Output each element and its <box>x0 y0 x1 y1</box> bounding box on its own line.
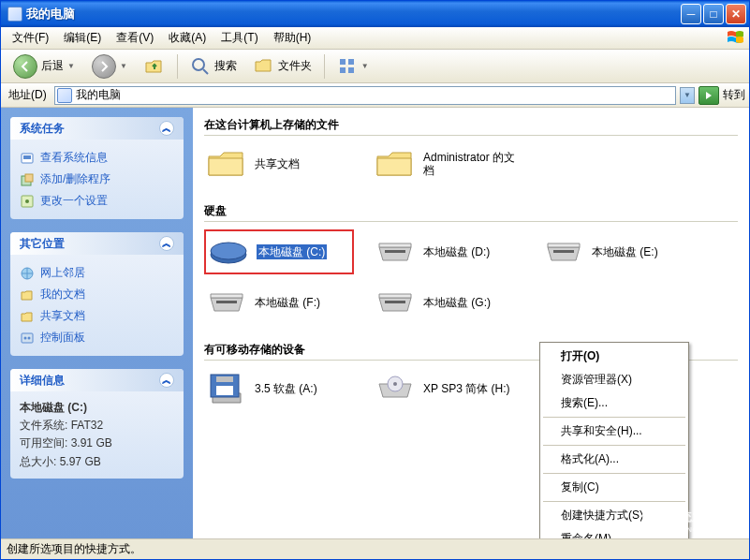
item-drive-f[interactable]: 本地磁盘 (F:) <box>204 282 354 323</box>
views-button[interactable]: ▼ <box>331 52 375 81</box>
item-label: 本地磁盘 (G:) <box>423 296 491 309</box>
item-label: 本地磁盘 (E:) <box>592 245 658 258</box>
menu-view[interactable]: 查看(V) <box>109 27 161 49</box>
address-dropdown[interactable]: ▼ <box>680 87 695 104</box>
svg-rect-2 <box>340 59 346 65</box>
item-label: 3.5 软盘 (A:) <box>255 382 317 395</box>
forward-dropdown-icon: ▼ <box>120 62 127 70</box>
watermark: 系统之家 XITONGZHIJIA.NET <box>632 507 743 535</box>
item-label: 共享文档 <box>255 157 300 170</box>
folders-button[interactable]: 文件夹 <box>247 52 318 81</box>
statusbar: 创建所选项目的快捷方式。 <box>1 538 749 559</box>
search-label: 搜索 <box>214 58 237 74</box>
svg-point-15 <box>28 336 31 339</box>
minimize-button[interactable]: ─ <box>681 4 701 24</box>
address-field[interactable]: 我的电脑 <box>54 86 676 105</box>
cd-icon <box>375 370 416 407</box>
maximize-button[interactable]: □ <box>703 4 724 24</box>
menu-favorites[interactable]: 收藏(A) <box>161 27 213 49</box>
place-label: 共享文档 <box>40 308 85 324</box>
info-icon <box>20 151 35 166</box>
item-drive-g[interactable]: 本地磁盘 (G:) <box>373 282 522 323</box>
back-dropdown-icon: ▼ <box>67 62 75 70</box>
cm-separator <box>543 501 685 502</box>
task-change-setting[interactable]: 更改一个设置 <box>20 190 174 212</box>
cm-share[interactable]: 共享和安全(H)... <box>542 420 686 443</box>
panel-header-details[interactable]: 详细信息 ︽ <box>10 369 184 391</box>
svg-rect-9 <box>25 174 33 182</box>
folders-label: 文件夹 <box>278 58 312 74</box>
drive-icon <box>208 233 249 271</box>
svg-line-1 <box>203 69 208 74</box>
cm-separator <box>543 445 685 446</box>
docs-icon <box>20 287 35 302</box>
place-documents[interactable]: 我的文档 <box>20 284 174 305</box>
address-icon <box>57 88 72 103</box>
address-value: 我的电脑 <box>76 87 121 103</box>
item-floppy-a[interactable]: 3.5 软盘 (A:) <box>204 368 354 409</box>
item-drive-d[interactable]: 本地磁盘 (D:) <box>373 229 522 274</box>
panel-header-tasks[interactable]: 系统任务 ︽ <box>10 117 184 140</box>
forward-button[interactable]: ▼ <box>85 52 134 81</box>
menu-tools[interactable]: 工具(T) <box>213 27 265 49</box>
svg-rect-24 <box>216 386 233 395</box>
cm-separator <box>543 473 685 474</box>
svg-rect-23 <box>216 376 233 382</box>
cm-copy[interactable]: 复制(C) <box>542 476 686 499</box>
cm-format[interactable]: 格式化(A)... <box>542 448 686 471</box>
item-shared-docs[interactable]: 共享文档 <box>204 143 354 184</box>
svg-rect-21 <box>385 301 405 303</box>
up-button[interactable] <box>138 52 171 81</box>
detail-drive-name: 本地磁盘 (C:) <box>20 399 174 417</box>
go-label: 转到 <box>723 87 745 103</box>
task-view-system-info[interactable]: 查看系统信息 <box>20 147 174 169</box>
cm-search[interactable]: 搜索(E)... <box>542 391 686 415</box>
svg-point-0 <box>193 59 204 70</box>
panel-system-tasks: 系统任务 ︽ 查看系统信息 添加/删除程序 更改一个设置 <box>10 117 184 219</box>
item-drive-e[interactable]: 本地磁盘 (E:) <box>541 229 691 274</box>
place-label: 网上邻居 <box>40 265 85 281</box>
address-label: 地址(D) <box>5 87 51 103</box>
cm-explorer[interactable]: 资源管理器(X) <box>542 368 686 391</box>
views-icon <box>337 56 358 77</box>
place-network[interactable]: 网上邻居 <box>20 262 174 284</box>
menu-file[interactable]: 文件(F) <box>5 27 56 49</box>
svg-point-26 <box>393 382 397 386</box>
toolbar-separator <box>177 54 178 79</box>
shared-folder-icon <box>20 309 35 324</box>
task-label: 更改一个设置 <box>40 193 108 209</box>
svg-rect-4 <box>340 67 346 73</box>
cm-open[interactable]: 打开(O) <box>542 345 686 368</box>
svg-point-17 <box>211 243 246 259</box>
panel-title-details: 详细信息 <box>20 373 65 389</box>
item-cd-h[interactable]: XP SP3 简体 (H:) <box>373 368 522 409</box>
place-control-panel[interactable]: 控制面板 <box>20 327 174 348</box>
app-icon <box>7 7 22 22</box>
search-icon <box>190 56 211 77</box>
windows-flag-icon <box>727 29 745 48</box>
back-button[interactable]: 后退 ▼ <box>7 52 81 81</box>
panel-header-places[interactable]: 其它位置 ︽ <box>10 232 184 255</box>
task-label: 添加/删除程序 <box>40 171 110 187</box>
drive-icon <box>543 233 584 271</box>
detail-free: 可用空间: 3.91 GB <box>20 435 174 452</box>
item-drive-c[interactable]: 本地磁盘 (C:) <box>204 229 354 274</box>
panel-title-places: 其它位置 <box>20 236 65 252</box>
close-button[interactable]: ✕ <box>726 4 746 24</box>
sidebar: 系统任务 ︽ 查看系统信息 添加/删除程序 更改一个设置 <box>1 108 193 538</box>
menu-help[interactable]: 帮助(H) <box>266 27 319 49</box>
task-add-remove-programs[interactable]: 添加/删除程序 <box>20 169 174 190</box>
views-dropdown-icon: ▼ <box>361 62 369 70</box>
menu-edit[interactable]: 编辑(E) <box>56 27 109 49</box>
item-admin-docs[interactable]: Administrator 的文档 <box>373 143 522 184</box>
search-button[interactable]: 搜索 <box>184 52 243 81</box>
svg-rect-5 <box>348 67 354 73</box>
go-button[interactable] <box>699 86 719 105</box>
content-area: 在这台计算机上存储的文件 共享文档 Administrator 的文档 硬盘 <box>193 108 749 538</box>
svg-rect-13 <box>22 333 33 343</box>
place-shared-docs[interactable]: 共享文档 <box>20 305 174 327</box>
folder-icon <box>375 145 416 183</box>
folders-icon <box>254 56 274 77</box>
drive-icon <box>206 284 247 321</box>
detail-total: 总大小: 5.97 GB <box>20 453 174 471</box>
